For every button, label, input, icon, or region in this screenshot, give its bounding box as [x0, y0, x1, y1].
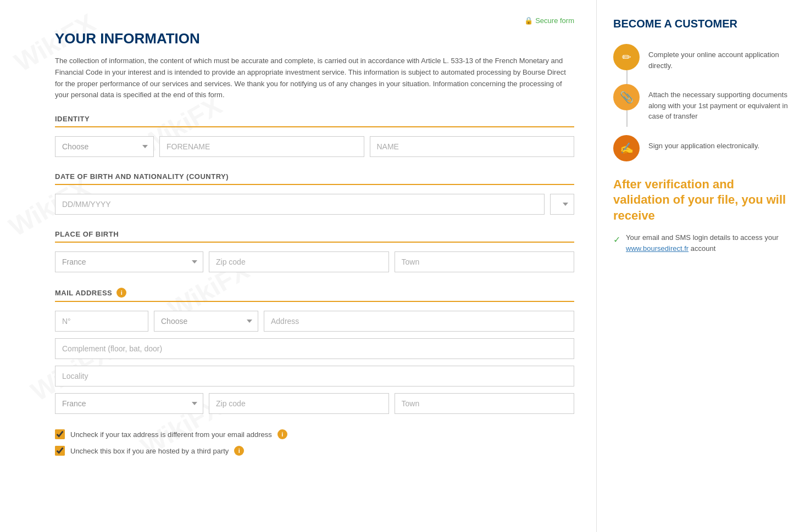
- hosted-label: Uncheck this box if you are hosted by a …: [70, 447, 229, 455]
- tax-address-info-icon[interactable]: i: [277, 429, 287, 439]
- locality-input[interactable]: [55, 366, 574, 387]
- street-number-input[interactable]: [55, 311, 148, 332]
- title-select[interactable]: Choose Mr Mrs Ms: [55, 136, 154, 157]
- dob-input[interactable]: [55, 194, 545, 215]
- hosted-row: Uncheck this box if you are hosted by a …: [55, 446, 574, 456]
- site-link[interactable]: www.boursedirect.fr: [626, 244, 689, 253]
- hosted-checkbox[interactable]: [55, 446, 65, 456]
- step-1: ✏ Complete your online account applicati…: [613, 44, 789, 71]
- birth-country-select[interactable]: France United Kingdom Germany Spain Othe…: [55, 251, 203, 272]
- dob-nationality-section-title: DATE OF BIRTH AND NATIONALITY (COUNTRY): [55, 172, 574, 185]
- step-3-icon: ✍: [613, 135, 640, 161]
- mail-address-section-title: MAIL ADDRESS: [55, 289, 112, 297]
- place-of-birth-section-title: PLACE OF BIRTH: [55, 230, 574, 243]
- lock-icon: 🔒: [524, 16, 533, 25]
- step-2: 📎 Attach the necessary supporting docume…: [613, 84, 789, 122]
- checkboxes-section: Uncheck if your tax address is different…: [55, 429, 574, 456]
- hosted-info-icon[interactable]: i: [234, 446, 244, 456]
- tax-address-checkbox[interactable]: [55, 429, 65, 439]
- page-title: YOUR INFORMATION: [55, 30, 574, 47]
- step-1-icon: ✏: [613, 44, 640, 70]
- right-panel: BECOME A CUSTOMER ✏ Complete your online…: [596, 0, 805, 532]
- place-of-birth-section: PLACE OF BIRTH France United Kingdom Ger…: [55, 230, 574, 272]
- mail-country-select[interactable]: France United Kingdom Germany Spain Othe…: [55, 393, 203, 414]
- step-1-text: Complete your online account application…: [648, 44, 789, 71]
- step-3: ✍ Sign your application electronically.: [613, 135, 789, 161]
- address-input[interactable]: [264, 311, 574, 332]
- mail-zip-input[interactable]: [209, 393, 389, 414]
- step-2-text: Attach the necessary supporting document…: [648, 84, 789, 122]
- step-2-icon: 📎: [613, 84, 640, 110]
- name-input[interactable]: [370, 136, 575, 157]
- steps-list: ✏ Complete your online account applicati…: [613, 44, 789, 161]
- step-3-text: Sign your application electronically.: [648, 135, 759, 152]
- secure-form-label: 🔒 Secure form: [55, 16, 574, 25]
- dob-nationality-section: DATE OF BIRTH AND NATIONALITY (COUNTRY) …: [55, 172, 574, 215]
- identity-section-title: IDENTITY: [55, 115, 574, 127]
- birth-town-input[interactable]: [395, 251, 575, 272]
- complement-input[interactable]: [55, 338, 574, 359]
- tax-address-row: Uncheck if your tax address is different…: [55, 429, 574, 439]
- nationality-select[interactable]: Choose French British American Other: [550, 194, 574, 215]
- checkmark-icon: ✓: [613, 233, 620, 247]
- forename-input[interactable]: [159, 136, 364, 157]
- become-customer-title: BECOME A CUSTOMER: [613, 16, 789, 31]
- birth-zip-input[interactable]: [209, 251, 389, 272]
- intro-text: The collection of information, the conte…: [55, 55, 574, 101]
- mail-town-input[interactable]: [395, 393, 575, 414]
- mail-address-info-icon[interactable]: i: [116, 288, 126, 298]
- street-type-select[interactable]: Choose Street Avenue Boulevard Road: [154, 311, 258, 332]
- identity-section: IDENTITY Choose Mr Mrs Ms: [55, 115, 574, 157]
- receive-item: ✓ Your email and SMS login details to ac…: [613, 232, 789, 254]
- after-verification-title: After verification and validation of you…: [613, 177, 789, 224]
- mail-address-section: MAIL ADDRESS i Choose Street Avenue Boul…: [55, 288, 574, 414]
- tax-address-label: Uncheck if your tax address is different…: [70, 430, 272, 439]
- receive-text: Your email and SMS login details to acce…: [626, 232, 789, 254]
